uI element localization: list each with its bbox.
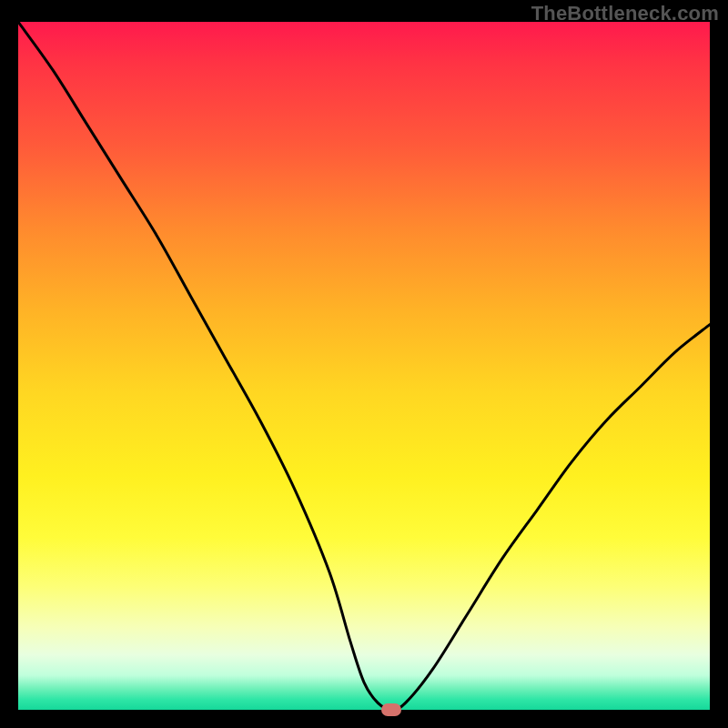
bottleneck-curve [18, 22, 710, 710]
curve-path [18, 22, 710, 710]
plot-area [18, 22, 710, 710]
attribution-text: TheBottleneck.com [531, 2, 719, 25]
chart-frame: TheBottleneck.com [0, 0, 728, 728]
optimal-marker [381, 703, 401, 716]
